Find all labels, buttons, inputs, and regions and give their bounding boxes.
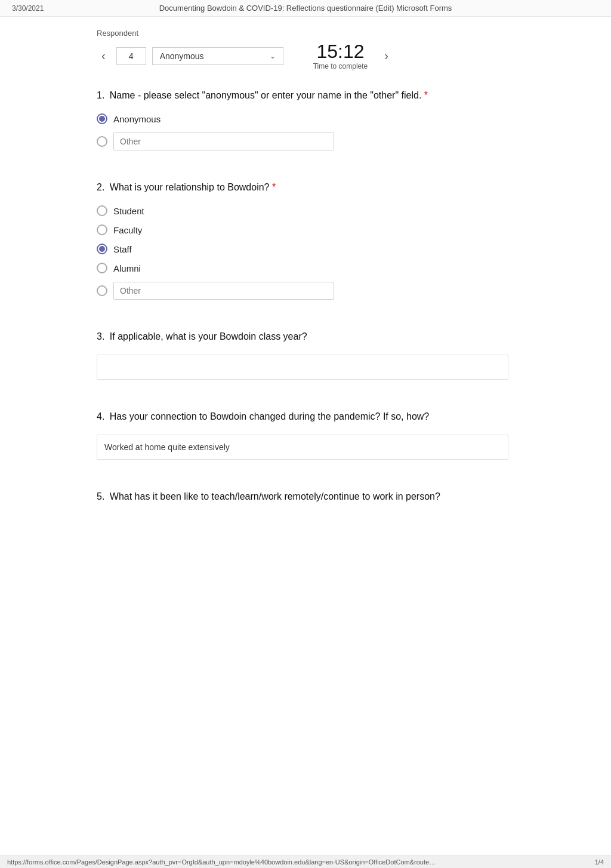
q2-other-input[interactable] (113, 282, 334, 300)
time-label: Time to complete (313, 62, 368, 70)
question-1: 1. Name - please select "anonymous" or e… (97, 88, 538, 150)
question-5-number: 5. (97, 491, 104, 501)
q2-label-alumni: Alumni (113, 263, 141, 273)
respondent-controls: ‹ 4 Anonymous ⌄ 15:12 Time to complete › (97, 41, 538, 70)
respondent-label: Respondent (97, 29, 538, 38)
question-3: 3. If applicable, what is your Bowdoin c… (97, 330, 538, 380)
q1-label-anonymous: Anonymous (113, 114, 161, 124)
question-2-text: 2. What is your relationship to Bowdoin?… (97, 180, 538, 195)
date-label: 3/30/2021 (12, 4, 44, 13)
q2-radio-faculty[interactable] (97, 224, 107, 235)
respondent-section: Respondent ‹ 4 Anonymous ⌄ 15:12 Time to… (97, 29, 538, 70)
q1-option-anonymous: Anonymous (97, 113, 538, 124)
q4-text-input[interactable] (97, 435, 508, 460)
q2-radio-staff[interactable] (97, 244, 107, 254)
question-3-text: 3. If applicable, what is your Bowdoin c… (97, 330, 538, 344)
q2-label-faculty: Faculty (113, 225, 142, 235)
q2-radio-other[interactable] (97, 285, 107, 296)
q1-option-other (97, 133, 538, 150)
q2-option-alumni: Alumni (97, 263, 538, 273)
page-title: Documenting Bowdoin & COVID-19: Reflecti… (159, 4, 452, 13)
question-4-number: 4. (97, 411, 104, 421)
question-2: 2. What is your relationship to Bowdoin?… (97, 180, 538, 300)
question-1-label: Name - please select "anonymous" or ente… (110, 90, 424, 100)
q2-option-student: Student (97, 205, 538, 216)
q2-radio-student[interactable] (97, 205, 107, 216)
q1-radio-other[interactable] (97, 136, 107, 147)
next-respondent-button[interactable]: › (379, 47, 393, 65)
question-5-label: What has it been like to teach/learn/wor… (110, 491, 440, 501)
q2-radio-alumni[interactable] (97, 263, 107, 273)
question-5-text: 5. What has it been like to teach/learn/… (97, 490, 538, 504)
question-5: 5. What has it been like to teach/learn/… (97, 490, 538, 504)
q2-option-staff: Staff (97, 244, 538, 254)
question-3-label: If applicable, what is your Bowdoin clas… (110, 331, 307, 341)
q2-option-faculty: Faculty (97, 224, 538, 235)
time-value: 15:12 (313, 41, 368, 62)
browser-header: 3/30/2021 Documenting Bowdoin & COVID-19… (0, 0, 611, 17)
prev-respondent-button[interactable]: ‹ (97, 47, 110, 65)
question-2-number: 2. (97, 182, 104, 192)
respondent-dropdown[interactable]: Anonymous ⌄ (152, 47, 283, 65)
q1-radio-anonymous[interactable] (97, 113, 107, 124)
respondent-number: 4 (116, 47, 146, 65)
question-4-label: Has your connection to Bowdoin changed d… (110, 411, 429, 421)
question-1-number: 1. (97, 90, 104, 100)
main-container: Respondent ‹ 4 Anonymous ⌄ 15:12 Time to… (49, 17, 562, 558)
q2-option-other (97, 282, 538, 300)
question-3-number: 3. (97, 331, 104, 341)
q2-label-student: Student (113, 206, 144, 216)
question-4: 4. Has your connection to Bowdoin change… (97, 410, 538, 460)
q3-text-input[interactable] (97, 355, 508, 380)
q2-label-staff: Staff (113, 244, 132, 254)
question-1-required: * (424, 90, 428, 100)
question-1-text: 1. Name - please select "anonymous" or e… (97, 88, 538, 103)
question-2-label: What is your relationship to Bowdoin? (110, 182, 272, 192)
question-2-required: * (272, 182, 276, 192)
respondent-name: Anonymous (160, 51, 204, 61)
question-4-text: 4. Has your connection to Bowdoin change… (97, 410, 538, 424)
q1-other-input[interactable] (113, 133, 334, 150)
time-section: 15:12 Time to complete (313, 41, 368, 70)
dropdown-chevron-icon: ⌄ (270, 52, 276, 60)
